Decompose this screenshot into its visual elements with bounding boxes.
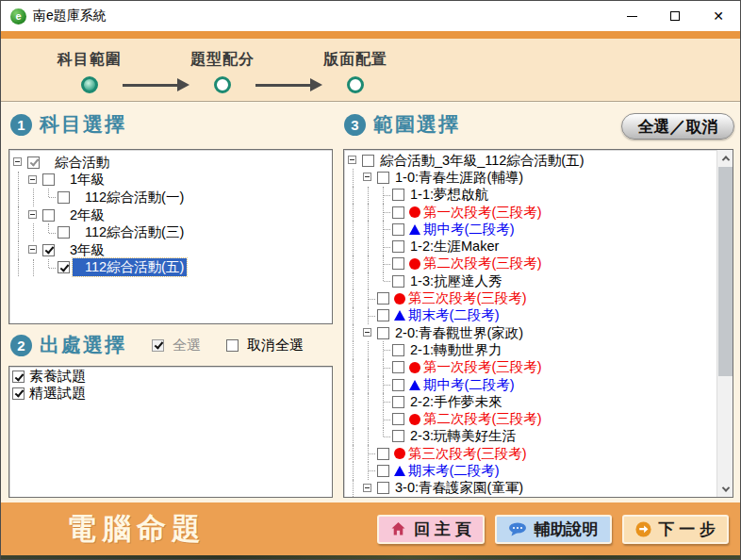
minimize-button[interactable] — [610, 1, 653, 31]
tree-row[interactable]: 第三次段考(三段考) — [346, 445, 715, 462]
tree-row[interactable]: 期末考(二段考) — [346, 307, 715, 324]
tree-row[interactable]: 期末考(二段考) — [346, 462, 715, 479]
tree-item-label[interactable]: 期中考(二段考) — [420, 376, 518, 394]
maximize-button[interactable] — [653, 1, 697, 31]
list-item-checkbox[interactable] — [12, 387, 25, 400]
tree-row[interactable]: 綜合活動 — [11, 154, 330, 172]
tree-row[interactable]: 1-1:夢想啟航 — [346, 187, 715, 204]
tree-row[interactable]: 2-3:玩轉美好生活 — [346, 428, 715, 445]
tree-row[interactable]: 綜合活動_3年級_112綜合活動(五) — [346, 152, 715, 169]
step-2[interactable]: 題型配分 — [190, 50, 255, 93]
tree-row[interactable]: 1年級 — [11, 172, 330, 189]
tree-checkbox[interactable] — [58, 191, 70, 204]
tree-checkbox[interactable] — [392, 189, 404, 201]
tree-row[interactable]: 期中考(二段考) — [346, 221, 715, 238]
scroll-down-button[interactable] — [717, 481, 733, 497]
tree-item-label[interactable]: 112綜合活動(五) — [73, 258, 187, 276]
tree-row[interactable]: 期中考(二段考) — [346, 376, 715, 393]
tree-item-label[interactable]: 112綜合活動(三) — [73, 223, 187, 241]
tree-checkbox[interactable] — [377, 309, 389, 321]
tree-item-label[interactable]: 1年級 — [58, 171, 107, 189]
tree-row[interactable]: 2-0:青春觀世界(家政) — [346, 324, 715, 341]
tree-row[interactable]: 第一次段考(三段考) — [346, 359, 715, 376]
tree-row[interactable]: 第二次段考(三段考) — [346, 410, 715, 427]
tree-item-label[interactable]: 1-0:青春生涯路(輔導) — [392, 169, 526, 187]
tree-checkbox[interactable] — [377, 465, 389, 477]
tree-checkbox[interactable] — [392, 257, 404, 270]
tree-item-label[interactable]: 綜合活動_3年級_112綜合活動(五) — [377, 152, 586, 170]
tree-row[interactable]: 112綜合活動(三) — [11, 223, 330, 241]
tree-item-label[interactable]: 第一次段考(三段考) — [420, 204, 545, 222]
tree-item-label[interactable]: 2-1:轉動世界力 — [407, 341, 505, 359]
tree-item-label[interactable]: 2-0:青春觀世界(家政) — [392, 324, 526, 342]
tree-item-label[interactable]: 3-0:青春護家園(童軍) — [392, 479, 526, 497]
tree-checkbox[interactable] — [392, 344, 404, 356]
list-item[interactable]: 素養試題 — [11, 369, 330, 386]
tree-item-label[interactable]: 第三次段考(三段考) — [405, 445, 530, 463]
tree-item-label[interactable]: 期中考(二段考) — [420, 221, 518, 239]
close-button[interactable]: ✕ — [697, 1, 740, 31]
tree-checkbox[interactable] — [58, 226, 70, 239]
tree-item-label[interactable]: 3年級 — [58, 241, 107, 259]
expander-minus-icon[interactable] — [26, 241, 41, 259]
tree-row[interactable]: 3-0:青春護家園(童軍) — [346, 480, 715, 497]
tree-checkbox[interactable] — [392, 361, 404, 373]
next-button[interactable]: 下 一 步 — [622, 515, 729, 544]
tree-item-label[interactable]: 112綜合活動(一) — [73, 189, 187, 206]
tree-item-label[interactable]: 2-3:玩轉美好生活 — [407, 427, 519, 445]
tree-item-label[interactable]: 綜合活動 — [42, 154, 112, 172]
tree-item-label[interactable]: 第二次段考(三段考) — [420, 255, 545, 272]
help-button[interactable]: 輔助說明 — [495, 515, 612, 544]
tree-item-label[interactable]: 期末考(二段考) — [405, 306, 502, 324]
tree-item-label[interactable]: 1-2:生涯Maker — [407, 238, 502, 255]
select-all-checkbox[interactable]: 全選 — [151, 337, 201, 354]
tree-row[interactable]: 2年級 — [11, 206, 330, 224]
expander-minus-icon[interactable] — [26, 172, 41, 189]
expander-minus-icon[interactable] — [11, 154, 26, 172]
step-1[interactable]: 科目範圍 — [58, 50, 122, 93]
tree-checkbox[interactable] — [58, 261, 70, 273]
tree-row[interactable]: 2-1:轉動世界力 — [346, 341, 715, 358]
tree-checkbox[interactable] — [42, 173, 55, 186]
vertical-scrollbar[interactable] — [716, 150, 733, 497]
tree-row[interactable]: 第一次段考(三段考) — [346, 204, 715, 221]
scrollbar-thumb[interactable] — [718, 167, 733, 376]
tree-checkbox[interactable] — [392, 206, 404, 219]
tree-checkbox[interactable] — [377, 327, 389, 339]
tree-checkbox[interactable] — [377, 482, 389, 494]
select-all-toggle-button[interactable]: 全選／取消 — [621, 113, 734, 140]
expander-minus-icon[interactable] — [26, 206, 41, 224]
step-3[interactable]: 版面配置 — [323, 50, 387, 93]
tree-item-label[interactable]: 第一次段考(三段考) — [420, 358, 545, 376]
tree-row[interactable]: 1-0:青春生涯路(輔導) — [346, 169, 715, 186]
tree-row[interactable]: 2-2:手作夢未來 — [346, 393, 715, 410]
tree-checkbox[interactable] — [392, 430, 404, 442]
tree-row[interactable]: 3年級 — [11, 241, 330, 259]
tree-checkbox[interactable] — [27, 156, 40, 169]
tree-item-label[interactable]: 1-1:夢想啟航 — [407, 186, 491, 204]
tree-checkbox[interactable] — [392, 275, 404, 288]
expander-minus-icon[interactable] — [346, 152, 361, 169]
tree-row[interactable]: 112綜合活動(一) — [11, 189, 330, 206]
tree-checkbox[interactable] — [392, 396, 404, 408]
tree-row[interactable]: 1-3:抗壓達人秀 — [346, 272, 715, 289]
home-button[interactable]: 回 主 頁 — [377, 515, 484, 544]
tree-item-label[interactable]: 2年級 — [58, 206, 107, 224]
expander-minus-icon[interactable] — [361, 169, 376, 186]
tree-row[interactable]: 1-2:生涯Maker — [346, 238, 715, 255]
expander-minus-icon[interactable] — [361, 480, 376, 497]
tree-item-label[interactable]: 2-2:手作夢未來 — [407, 393, 505, 411]
deselect-all-box-icon[interactable] — [226, 339, 239, 352]
tree-checkbox[interactable] — [42, 244, 55, 256]
tree-checkbox[interactable] — [392, 240, 404, 253]
tree-item-label[interactable]: 期末考(二段考) — [405, 462, 502, 480]
tree-checkbox[interactable] — [377, 172, 389, 184]
tree-item-label[interactable]: 第三次段考(三段考) — [405, 289, 530, 307]
tree-item-label[interactable]: 第二次段考(三段考) — [420, 410, 545, 428]
tree-checkbox[interactable] — [362, 155, 374, 167]
tree-row[interactable]: 第三次段考(三段考) — [346, 289, 715, 306]
list-item[interactable]: 精選試題 — [11, 386, 330, 403]
list-item-checkbox[interactable] — [12, 371, 25, 383]
scroll-up-button[interactable] — [717, 150, 733, 166]
tree-item-label[interactable]: 1-3:抗壓達人秀 — [407, 272, 505, 290]
